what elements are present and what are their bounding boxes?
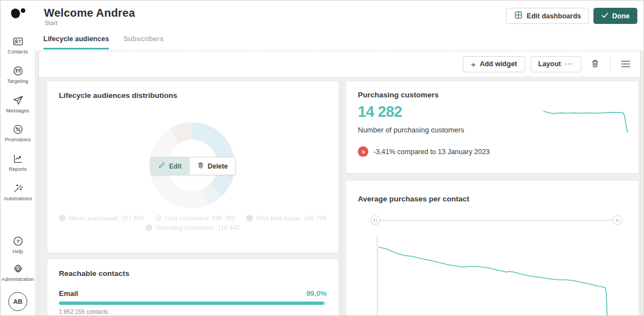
delete-dashboard-button[interactable] — [587, 56, 603, 72]
legend-label: Defecting customers: 110 442 — [156, 224, 240, 231]
donut-legend: Never purchased: 707 850 Lost customers:… — [47, 215, 338, 231]
sidebar: Contacts Targeting Messages — [1, 1, 35, 315]
legend-label: Never purchased: 707 850 — [69, 215, 144, 221]
date-range-slider-track[interactable] — [375, 220, 617, 221]
edit-dashboards-label: Edit dashboards — [527, 12, 581, 20]
sidebar-item-label: Administration — [2, 276, 34, 282]
done-label: Done — [612, 12, 630, 20]
channel-label: Email — [59, 289, 78, 298]
sidebar-item-contacts[interactable]: Contacts — [1, 36, 35, 55]
kpi-value: 14 282 — [358, 103, 402, 121]
done-button[interactable]: Done — [593, 8, 637, 24]
gear-icon — [12, 263, 24, 275]
edit-toolbar: + Add widget Layout ··· — [39, 51, 640, 77]
widget-purchasing-customers: Purchasing customers 14 282 Number of pu… — [346, 81, 639, 174]
trash-icon — [197, 161, 204, 171]
sidebar-item-administration[interactable]: Administration — [1, 263, 35, 282]
dashboard-grid-icon — [514, 11, 523, 21]
discount-badge-icon — [12, 124, 24, 135]
legend-item: Lost customers: 885 793 — [155, 215, 235, 221]
edit-label: Edit — [169, 162, 182, 170]
reachable-progress-track — [59, 302, 327, 305]
audience-circle-icon — [12, 65, 24, 77]
sidebar-item-label: Promotions — [5, 137, 31, 142]
widget-average-purchases: Average purchases per contact — [346, 180, 639, 316]
header-actions: Edit dashboards Done — [506, 8, 637, 24]
sidebar-item-label: Contacts — [8, 49, 28, 55]
legend-dot — [155, 215, 162, 221]
sidebar-item-label: Messages — [6, 108, 29, 113]
pencil-icon — [158, 161, 166, 171]
page-title: Welcome Andrea — [44, 7, 135, 19]
ellipsis-icon: ··· — [565, 60, 574, 68]
legend-dot — [246, 215, 253, 221]
sidebar-item-label: Automations — [3, 196, 32, 201]
reachable-progress-fill — [59, 302, 324, 305]
plus-icon: + — [471, 60, 476, 69]
sidebar-item-help[interactable]: ? Help — [1, 235, 35, 254]
sidebar-item-label: Help — [13, 249, 23, 254]
page-subtitle: Start — [44, 19, 57, 26]
chart-report-icon — [12, 153, 24, 165]
channel-percent: 99,0% — [306, 289, 327, 298]
hamburger-icon — [621, 61, 630, 67]
legend-item: First time buyer: 166 706 — [246, 215, 327, 221]
layout-label: Layout — [538, 60, 561, 68]
sidebar-divider — [35, 48, 36, 315]
magic-wand-icon — [12, 182, 24, 194]
user-avatar[interactable]: AB — [8, 292, 27, 311]
tab-subscribers[interactable]: Subscribers — [123, 35, 163, 50]
add-widget-button[interactable]: + Add widget — [463, 56, 525, 72]
toolbar-divider — [610, 56, 611, 72]
delete-widget-button[interactable]: Delete — [189, 157, 235, 175]
grid-column-divider — [341, 77, 342, 316]
check-icon — [601, 12, 608, 21]
kpi-caption: Number of purchasing customers — [358, 126, 464, 134]
kpi-change-row: -3,41% compared to 13 January 2023 — [358, 146, 490, 157]
widget-lifecycle-distributions: Lifecycle audiences distributions Edit — [47, 81, 339, 253]
widget-title: Lifecycle audiences distributions — [59, 91, 177, 100]
dashboard-app: Contacts Targeting Messages — [0, 0, 644, 316]
sidebar-item-automations[interactable]: Automations — [1, 182, 35, 201]
widget-edit-controls: Edit Delete — [150, 157, 236, 175]
trash-icon — [590, 58, 600, 70]
widget-reachable-contacts: Reachable contacts Email 99,0% 1 852 155… — [47, 259, 339, 316]
contact-card-icon — [12, 36, 24, 47]
widget-title: Reachable contacts — [59, 269, 129, 278]
legend-item: Defecting customers: 110 442 — [146, 224, 240, 231]
svg-text:?: ? — [16, 239, 19, 244]
legend-label: Lost customers: 885 793 — [165, 215, 235, 221]
range-slider-handle-right[interactable] — [613, 215, 622, 225]
trend-down-icon — [358, 146, 368, 157]
menu-button[interactable] — [617, 56, 634, 72]
range-slider-handle-left[interactable] — [371, 215, 380, 225]
dashboard-edit-canvas: + Add widget Layout ··· — [38, 51, 641, 316]
paper-plane-icon — [12, 95, 24, 106]
widget-title: Purchasing customers — [358, 91, 439, 99]
edit-widget-button[interactable]: Edit — [151, 157, 189, 175]
sidebar-item-label: Targeting — [7, 78, 28, 84]
kpi-change-text: -3,41% compared to 13 January 2023 — [373, 148, 490, 156]
add-widget-label: Add widget — [480, 60, 517, 68]
average-purchases-line-chart — [368, 231, 630, 316]
purchasing-sparkline-chart — [543, 106, 628, 135]
tab-lifecycle-audiences[interactable]: Lifecycle audiences — [43, 35, 109, 50]
sidebar-item-targeting[interactable]: Targeting — [1, 65, 35, 84]
legend-dot — [59, 215, 66, 221]
channel-caption: 1 852 155 contacts — [59, 308, 108, 315]
legend-label: First time buyer: 166 706 — [256, 215, 327, 221]
sidebar-item-reports[interactable]: Reports — [1, 153, 35, 172]
question-circle-icon: ? — [12, 235, 24, 247]
legend-item: Never purchased: 707 850 — [59, 215, 144, 221]
edit-dashboards-button[interactable]: Edit dashboards — [506, 8, 589, 24]
sidebar-item-label: Reports — [9, 166, 27, 172]
delete-label: Delete — [208, 162, 228, 170]
dashboard-tabs: Lifecycle audiences Subscribers — [43, 35, 163, 50]
widget-title: Average purchases per contact — [358, 195, 470, 203]
legend-dot — [146, 224, 152, 231]
sidebar-item-messages[interactable]: Messages — [1, 95, 35, 113]
sidebar-item-promotions[interactable]: Promotions — [1, 124, 35, 142]
layout-button[interactable]: Layout ··· — [531, 56, 581, 72]
voyado-logo[interactable] — [9, 6, 27, 24]
